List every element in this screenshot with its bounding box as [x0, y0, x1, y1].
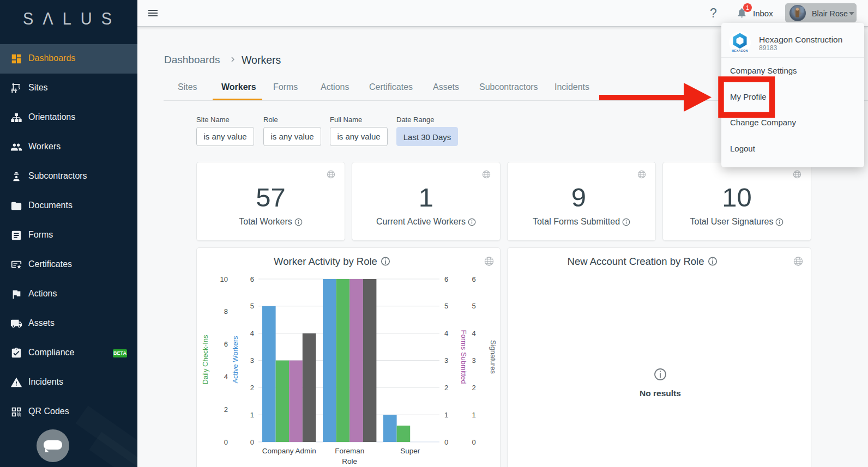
svg-text:0: 0 [224, 438, 228, 446]
svg-text:5: 5 [472, 302, 476, 310]
svg-text:4: 4 [250, 329, 254, 337]
svg-text:8: 8 [224, 307, 228, 316]
svg-text:0: 0 [250, 438, 254, 446]
svg-text:3: 3 [472, 356, 476, 365]
svg-text:2: 2 [224, 405, 228, 414]
svg-text:Foreman: Foreman [335, 447, 364, 455]
svg-text:0: 0 [472, 438, 476, 446]
svg-text:4: 4 [224, 373, 228, 381]
svg-text:0: 0 [444, 438, 448, 446]
svg-text:6: 6 [224, 340, 228, 348]
svg-text:3: 3 [250, 356, 254, 365]
svg-text:Super: Super [400, 447, 420, 455]
svg-text:10: 10 [220, 275, 228, 283]
svg-text:5: 5 [250, 302, 254, 310]
svg-text:1: 1 [472, 411, 476, 419]
svg-text:Forms Submitted: Forms Submitted [460, 330, 468, 384]
svg-text:4: 4 [472, 329, 476, 337]
svg-text:2: 2 [250, 384, 254, 392]
svg-text:6: 6 [444, 275, 448, 283]
svg-text:Worker Activity by Role: Worker Activity by Role [274, 256, 377, 267]
svg-text:6: 6 [472, 275, 476, 283]
svg-text:1: 1 [444, 411, 448, 419]
svg-text:Active Workers: Active Workers [231, 336, 239, 384]
svg-text:3: 3 [444, 356, 448, 365]
svg-text:New Account Creation by Role: New Account Creation by Role [568, 256, 704, 267]
svg-text:2: 2 [472, 384, 476, 392]
svg-text:Company Admin: Company Admin [262, 447, 316, 455]
svg-text:2: 2 [444, 384, 448, 392]
svg-text:HEXAGON: HEXAGON [732, 49, 748, 52]
svg-text:4: 4 [444, 329, 448, 337]
svg-text:Role: Role [342, 457, 357, 465]
svg-text:1: 1 [250, 411, 254, 419]
svg-text:Signatures: Signatures [489, 340, 497, 374]
svg-text:Daily Check-Ins: Daily Check-Ins [201, 335, 209, 385]
svg-text:No results: No results [640, 389, 681, 398]
svg-text:6: 6 [250, 275, 254, 283]
svg-text:5: 5 [444, 302, 448, 310]
